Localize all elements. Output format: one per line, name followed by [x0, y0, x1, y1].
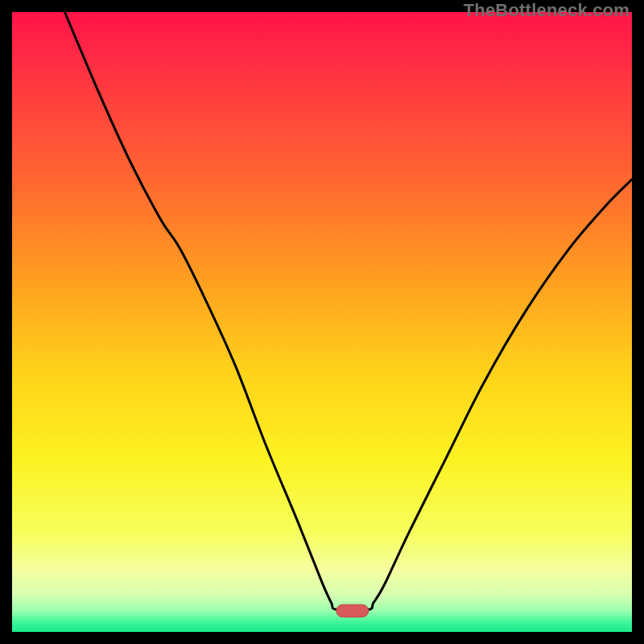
svg-rect-1: [336, 605, 369, 617]
plot-area: [12, 12, 632, 632]
optimal-zone-pill: [12, 12, 632, 632]
chart-frame: { "watermark": "TheBottleneck.com", "col…: [0, 0, 644, 644]
watermark-text: TheBottleneck.com: [464, 0, 630, 21]
